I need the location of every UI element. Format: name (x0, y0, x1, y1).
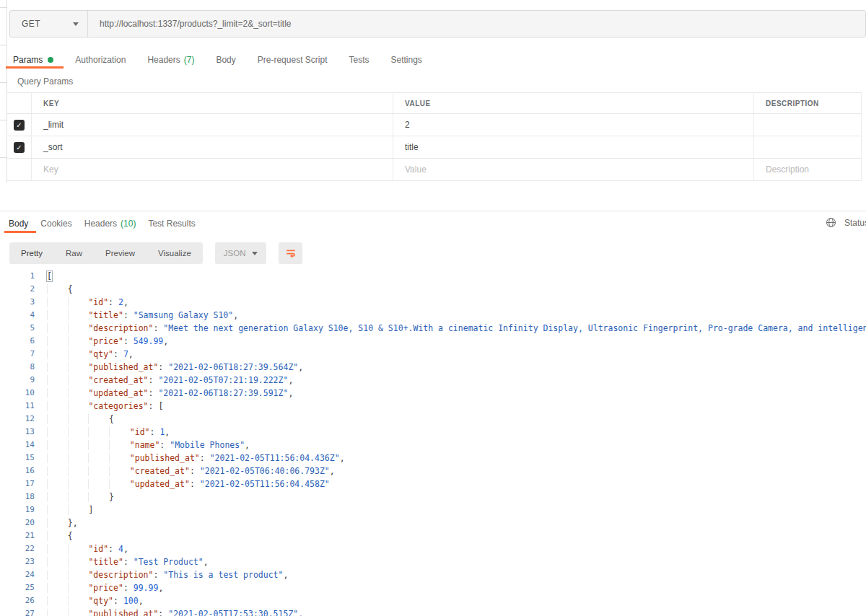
code-line-text: "published_at": "2021-02-05T17:53:30.515… (35, 607, 303, 616)
view-tab-preview[interactable]: Preview (94, 242, 146, 264)
row-checkbox-cell (7, 159, 32, 180)
tab-pre-request-script-label: Pre-request Script (258, 55, 328, 65)
tab-params-label: Params (13, 55, 43, 65)
line-number: 2 (7, 283, 35, 296)
tab-tests[interactable]: Tests (349, 55, 369, 65)
line-number: 16 (7, 465, 35, 478)
code-line-text: "name": "Mobile Phones", (35, 439, 250, 452)
code-line-text: "description": "This is a test product", (35, 568, 288, 581)
line-number: 8 (7, 361, 35, 374)
param-key-field[interactable]: _limit (32, 114, 393, 136)
code-line: 5 "description": "Meet the next generati… (7, 322, 866, 335)
param-description-field[interactable] (754, 136, 861, 158)
code-line: 16 "created_at": "2021-02-05T06:40:06.79… (7, 465, 866, 478)
code-line-text: "updated_at": "2021-02-05T11:56:04.458Z" (35, 478, 330, 490)
row-checkbox-cell: ✓ (7, 114, 32, 136)
response-view-toolbar: Pretty Raw Preview Visualize JSON (9, 242, 302, 264)
param-value-field[interactable]: 2 (393, 114, 754, 136)
code-line: 6 "price": 549.99, (7, 335, 866, 348)
response-tab-cookies-label: Cookies (40, 219, 71, 229)
line-number: 17 (7, 478, 35, 490)
wrap-text-icon (285, 247, 297, 259)
active-tab-underline (6, 66, 64, 69)
line-number: 26 (7, 594, 35, 607)
code-line: 19 ] (7, 503, 866, 516)
column-header-key: KEY (32, 93, 393, 113)
globe-icon[interactable] (826, 217, 836, 228)
code-line: 7 "qty": 7, (7, 348, 866, 361)
tab-settings[interactable]: Settings (391, 55, 422, 65)
code-line: 3 "id": 2, (7, 296, 866, 309)
code-line-text: { (35, 529, 73, 542)
tab-params[interactable]: Params (13, 55, 53, 65)
line-number: 10 (7, 387, 35, 400)
left-pane-tick (0, 82, 7, 83)
param-value-field[interactable]: Value (393, 159, 754, 180)
code-line: 12 { (7, 413, 866, 426)
param-key-field[interactable]: _sort (32, 136, 393, 158)
request-url-bar: GET http://localhost:1337/products?_limi… (9, 10, 866, 38)
code-line: 13 "id": 1, (7, 426, 866, 439)
code-line: 27 "published_at": "2021-02-05T17:53:30.… (7, 607, 866, 616)
view-tab-visualize[interactable]: Visualize (146, 242, 203, 264)
code-line-text: "id": 4, (35, 542, 128, 555)
line-number: 13 (7, 426, 35, 439)
response-tab-test-results[interactable]: Test Results (148, 219, 195, 229)
response-tab-body-label: Body (9, 219, 28, 229)
response-tab-body[interactable]: Body (9, 219, 28, 229)
code-line: 23 "title": "Test Product", (7, 555, 866, 568)
param-enabled-checkbox[interactable]: ✓ (14, 120, 25, 131)
code-line-text: "title": "Samsung Galaxy S10", (35, 309, 238, 322)
url-input[interactable]: http://localhost:1337/products?_limit=2&… (88, 11, 865, 37)
line-number: 14 (7, 439, 35, 452)
response-tab-cookies[interactable]: Cookies (40, 219, 71, 229)
line-number: 1 (7, 270, 35, 283)
response-body-code: 1[2 {3 "id": 2,4 "title": "Samsung Galax… (7, 270, 866, 616)
code-line: 22 "id": 4, (7, 542, 866, 555)
line-number: 23 (7, 555, 35, 568)
response-tabs: Body Cookies Headers (10) Test Results (9, 216, 196, 232)
response-tab-headers[interactable]: Headers (10) (84, 219, 136, 229)
wrap-text-button[interactable] (279, 242, 302, 264)
method-dropdown[interactable]: GET (10, 11, 87, 37)
tab-headers[interactable]: Headers (7) (147, 55, 194, 65)
param-key-field[interactable]: Key (32, 159, 393, 180)
code-line-text: "published_at": "2021-02-06T18:27:39.564… (35, 361, 303, 374)
response-meta: Status (826, 217, 866, 228)
line-number: 12 (7, 413, 35, 426)
postman-request-view: GET http://localhost:1337/products?_limi… (0, 0, 866, 616)
code-line-text: "created_at": "2021-02-05T06:40:06.793Z"… (35, 465, 335, 478)
column-header-description: DESCRIPTION (754, 93, 861, 113)
language-label: JSON (224, 249, 246, 258)
response-tab-headers-label: Headers (84, 219, 117, 229)
param-description-field[interactable]: Description (754, 159, 861, 180)
language-dropdown[interactable]: JSON (215, 242, 267, 264)
chevron-down-icon (252, 252, 258, 255)
view-tab-pretty[interactable]: Pretty (9, 242, 54, 264)
line-number: 11 (7, 400, 35, 413)
tab-settings-label: Settings (391, 55, 422, 65)
response-headers-count-badge: (10) (121, 219, 136, 229)
line-number: 20 (7, 516, 35, 529)
code-line-text: }, (35, 516, 78, 529)
param-value-field[interactable]: title (393, 136, 754, 158)
line-number: 24 (7, 568, 35, 581)
code-line-text: "qty": 100, (35, 594, 144, 607)
param-enabled-checkbox[interactable]: ✓ (14, 142, 25, 153)
left-pane-tick (0, 7, 7, 8)
code-line: 26 "qty": 100, (7, 594, 866, 607)
tab-pre-request-script[interactable]: Pre-request Script (258, 55, 328, 65)
tab-authorization[interactable]: Authorization (75, 55, 126, 65)
line-number: 4 (7, 309, 35, 322)
method-label: GET (22, 19, 40, 29)
header-checkbox-cell (7, 93, 32, 113)
query-params-title: Query Params (17, 76, 73, 87)
view-tab-raw[interactable]: Raw (54, 242, 94, 264)
tab-body[interactable]: Body (216, 55, 235, 65)
left-pane-tick (0, 157, 7, 158)
param-description-field[interactable] (754, 114, 861, 136)
line-number: 3 (7, 296, 35, 309)
line-number: 18 (7, 490, 35, 503)
left-pane-tick (0, 120, 7, 120)
code-line: 1[ (7, 270, 866, 283)
